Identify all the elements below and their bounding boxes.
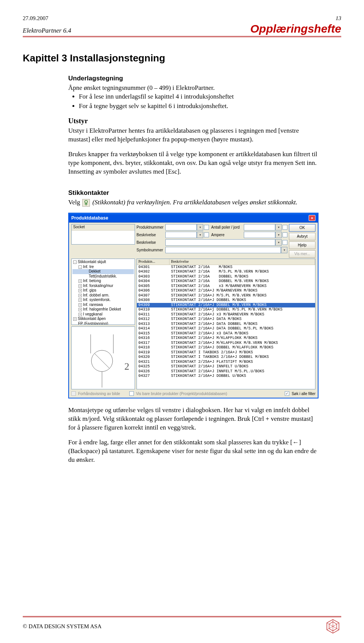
- tree-item[interactable]: Tett(industristikk.: [72, 274, 134, 279]
- table-row[interactable]: 04306STIKKONTAKT 2/16A+J M/BARNEVERN M/B…: [137, 289, 315, 293]
- table-row[interactable]: 04325STIKKONTAKT 2/16A+J INNFELT U/BOKS: [137, 364, 315, 369]
- chevron-down-icon[interactable]: ▾: [275, 232, 282, 238]
- filter-symbolnummer-input[interactable]: [165, 247, 281, 253]
- cell-beskrivelse: STIKKONTAKT 2/16A+J DATA DOBBEL M/BOKS: [169, 322, 315, 327]
- cancel-button[interactable]: Avbryt: [289, 233, 315, 240]
- expand-icon[interactable]: +: [78, 298, 82, 302]
- table-row[interactable]: 04309STIKKONTAKT 2/16A+J DOBBEL M/B.VERN…: [137, 303, 315, 308]
- tree-item-label: Inf. tre: [83, 265, 94, 269]
- table-row[interactable]: 04317STIKKONTAKT 2/16A+J M/KLAFFLOKK M/B…: [137, 341, 315, 346]
- tree-item[interactable]: +Inf. gips: [72, 288, 134, 293]
- chevron-down-icon[interactable]: ▾: [197, 224, 203, 231]
- more-button: Vis mer...: [289, 250, 315, 258]
- tree-item-label: Stikkontakt åpen: [78, 317, 106, 321]
- cell-produktnummer: 04327: [137, 374, 169, 379]
- table-row[interactable]: 04308STIKKONTAKT 2/16A+J DOBBEL M/BOKS: [137, 298, 315, 303]
- filter-ampere-input[interactable]: [244, 232, 275, 238]
- table-row[interactable]: 04303STIKKONTAKT 2/16A DOBBEL M/BOKS: [137, 274, 315, 279]
- table-row[interactable]: 04314STIKKONTAKT 2/16A+J DATA DOBBEL M/S…: [137, 326, 315, 331]
- expand-icon[interactable]: +: [78, 294, 82, 297]
- header-product: ElektroPartner 6.4: [23, 27, 71, 35]
- tree-item[interactable]: +Stikkontakt åpen: [72, 317, 134, 322]
- table-row[interactable]: 04312STIKKONTAKT 2/16A+J DATA M/BOKS: [137, 317, 315, 322]
- table-row[interactable]: 04326STIKKONTAKT 2/16A+J INNFELT M/S.PL.…: [137, 369, 315, 374]
- collapse-icon[interactable]: -: [78, 265, 82, 269]
- filter-beskrivelse1-input[interactable]: [165, 232, 197, 238]
- table-row[interactable]: 04321STIKKONTAKT 2/25A+J FLATSTIFT M/BOK…: [137, 360, 315, 365]
- chevron-down-icon[interactable]: ▾: [275, 239, 282, 246]
- table-row[interactable]: 04305STIKKONTAKT 2/16A x3 M/BARNEVERN M/…: [137, 284, 315, 289]
- table-row[interactable]: 04307STIKKONTAKT 2/16A+J M/S.PL M/B.VERN…: [137, 293, 315, 298]
- product-database-dialog: Produktdatabase × Socket Produktnummer ▾…: [68, 213, 318, 398]
- cell-beskrivelse: STIKKONTAKT 2/16A M/BOKS: [169, 265, 315, 270]
- tree-item[interactable]: FP (Fastplanning): [72, 322, 134, 325]
- cell-produktnummer: 04310: [137, 307, 169, 312]
- grid-header-produktn[interactable]: Produktn...: [137, 259, 169, 265]
- svg-point-0: [85, 200, 88, 203]
- after-dialog-p1: Montasjetype og utførelse velges til ven…: [68, 406, 318, 432]
- filter-poler-input[interactable]: [244, 224, 275, 231]
- filter-beskrivelse1-check[interactable]: [204, 232, 209, 237]
- expand-icon[interactable]: +: [78, 284, 82, 288]
- socket-toolbar-icon[interactable]: [82, 199, 90, 207]
- tree-item-label: Inf. rareswa: [83, 303, 103, 307]
- filter-ampere-check[interactable]: [282, 232, 287, 237]
- filter-poler-check[interactable]: [282, 225, 287, 230]
- ok-button[interactable]: OK: [289, 224, 315, 232]
- filter-produktnummer-check[interactable]: [204, 225, 209, 230]
- cell-produktnummer: 04318: [137, 345, 169, 350]
- filter-produktnummer-input[interactable]: [165, 224, 197, 231]
- tree-item[interactable]: -Inf. tre: [72, 265, 134, 270]
- filter-beskrivelse2-input[interactable]: [165, 239, 275, 246]
- header-page-number: 13: [336, 15, 341, 22]
- expand-icon[interactable]: +: [78, 279, 82, 283]
- tree-item[interactable]: +Inf. dobbel arm.: [72, 293, 134, 298]
- only-used-check[interactable]: [129, 391, 134, 396]
- table-row[interactable]: 04318STIKKONTAKT 2/16A+J DOBBEL M/KLAFFL…: [137, 345, 315, 350]
- table-row[interactable]: 04316STIKKONTAKT 2/16A+J M/KLAFFLOKK M/B…: [137, 336, 315, 341]
- tab-socket[interactable]: Socket: [72, 224, 135, 231]
- table-row[interactable]: 04313STIKKONTAKT 2/16A+J DATA DOBBEL M/B…: [137, 322, 315, 327]
- expand-icon[interactable]: +: [73, 317, 77, 321]
- tree-item[interactable]: +Inf. rareswa: [72, 303, 134, 307]
- filter-beskrivelse2-check[interactable]: [282, 240, 287, 245]
- expand-icon[interactable]: +: [78, 303, 82, 307]
- chevron-down-icon[interactable]: ▾: [281, 247, 287, 253]
- search-all-check[interactable]: [285, 391, 289, 396]
- table-row[interactable]: 04315STIKKONTAKT 2/16A+J x3 DATA M/BOKS: [137, 331, 315, 336]
- table-row[interactable]: 04301STIKKONTAKT 2/16A M/BOKS: [137, 265, 315, 270]
- cell-produktnummer: 04315: [137, 331, 169, 336]
- tree-item[interactable]: +I veggkanal: [72, 312, 134, 317]
- section-utstyr-heading: Utstyr: [68, 117, 318, 125]
- tree-item[interactable]: +Inf. betong: [72, 279, 134, 284]
- tree-item[interactable]: +Inf. forskaling/mur: [72, 284, 134, 289]
- tree-item[interactable]: +Inf. systemforsk.: [72, 298, 134, 303]
- cell-beskrivelse: STIKKONTAKT 2/16A+J INNFELT M/S.PL.U/BOK…: [169, 369, 315, 374]
- cell-beskrivelse: STIKKONTAKT 2/16A+J M/KLAFFLOKK M/BOKS: [169, 336, 315, 341]
- collapse-icon[interactable]: -: [73, 260, 77, 264]
- expand-icon[interactable]: +: [78, 308, 82, 311]
- table-row[interactable]: 04304STIKKONTAKT 2/16A DOBBEL M/B.VERN M…: [137, 279, 315, 284]
- cell-produktnummer: 04302: [137, 270, 169, 274]
- table-row[interactable]: 04319STIKKONTAKT I TAKBOKS 2/16A+J M/BOK…: [137, 350, 315, 355]
- cell-beskrivelse: STIKKONTAKT 2/16A+J M/S.PL M/B.VERN M/BO…: [169, 293, 315, 298]
- chevron-down-icon[interactable]: ▾: [197, 232, 203, 238]
- cell-produktnummer: 04311: [137, 312, 169, 317]
- tree-item[interactable]: +Inf. halogenfrie Dekket: [72, 307, 134, 312]
- tree-item[interactable]: -Stikkontakt skjult: [72, 260, 134, 265]
- table-row[interactable]: 04302STIKKONTAKT 2/16A M/S.PL M/B.VERN M…: [137, 270, 315, 274]
- tree-item[interactable]: Dekket: [72, 269, 134, 274]
- table-row[interactable]: 04320STIKKONTAKT I TAKBOKS 2/16A+J DOBBE…: [137, 355, 315, 360]
- close-icon[interactable]: ×: [309, 215, 315, 221]
- chevron-down-icon[interactable]: ▾: [275, 224, 282, 231]
- product-grid[interactable]: Produktn... Beskrivelse 04301STIKKONTAKT…: [136, 259, 315, 389]
- table-row[interactable]: 04327STIKKONTAKT 2/16A+J DOBBEL U/BOKS: [137, 374, 315, 379]
- cell-produktnummer: 04316: [137, 336, 169, 341]
- expand-icon[interactable]: +: [78, 313, 82, 316]
- table-row[interactable]: 04310STIKKONTAKT 2/16A+j DOBBEL M/S.PL M…: [137, 307, 315, 312]
- expand-icon[interactable]: +: [78, 289, 82, 292]
- table-row[interactable]: 04311STIKKONTAKT 2/16A+J x3 M/BARNEVERN …: [137, 312, 315, 317]
- preview-image-check: [71, 391, 76, 396]
- grid-header-beskrivelse[interactable]: Beskrivelse: [169, 259, 315, 265]
- help-button[interactable]: Hjelp: [289, 242, 315, 249]
